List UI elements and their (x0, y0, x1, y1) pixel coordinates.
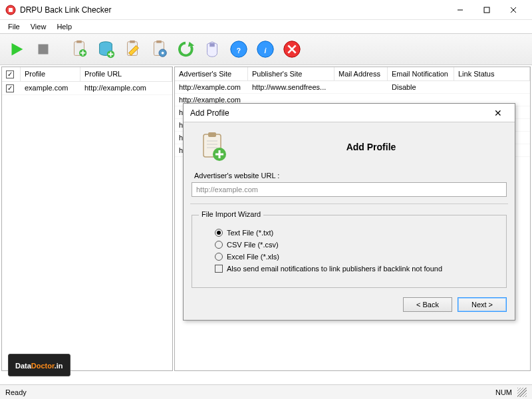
svg-rect-16 (156, 41, 162, 43)
col-notification[interactable]: Email Notification (388, 67, 454, 80)
col-publisher[interactable]: Publisher's Site (248, 67, 334, 80)
row-check-icon[interactable] (6, 84, 14, 92)
save-button[interactable] (200, 37, 225, 62)
advertiser-url-input[interactable]: http://example.com (192, 182, 507, 197)
menu-view[interactable]: View (25, 21, 52, 32)
svg-rect-3 (484, 7, 489, 13)
back-button[interactable]: < Back (403, 297, 452, 312)
status-num: NUM (495, 388, 512, 396)
brand-badge: DataDoctor.in (8, 354, 70, 376)
svg-rect-27 (208, 132, 216, 137)
svg-rect-1 (9, 8, 13, 12)
maximize-button[interactable] (473, 1, 500, 19)
clipboard-edit-button[interactable] (120, 37, 145, 62)
info-button[interactable]: i (253, 37, 278, 62)
divider (190, 203, 508, 204)
svg-rect-20 (209, 43, 215, 47)
svg-text:?: ? (237, 47, 241, 55)
minimize-button[interactable] (447, 1, 473, 19)
brand-c: .in (55, 362, 63, 370)
brand-a: Data (15, 362, 31, 370)
col-profile[interactable]: Profile (21, 67, 80, 81)
stop-button[interactable] (31, 37, 56, 62)
cancel-button[interactable] (279, 37, 305, 62)
svg-marker-19 (188, 42, 194, 47)
svg-rect-7 (39, 45, 49, 55)
radio-icon (215, 241, 223, 249)
menu-file[interactable]: File (3, 21, 25, 32)
radio-icon (215, 253, 223, 261)
refresh-button[interactable] (173, 37, 198, 62)
dialog-heading: Add Profile (241, 142, 501, 152)
menubar: File View Help (0, 20, 532, 33)
svg-rect-14 (130, 41, 135, 43)
add-profile-dialog: Add Profile ✕ Add Profile Advertiser's w… (183, 103, 515, 321)
window-title: DRPU Back Link Checker (20, 5, 447, 15)
profiles-pane: Profile Profile URL example.com http://e… (1, 66, 173, 371)
titlebar: DRPU Back Link Checker (0, 0, 532, 20)
profile-url: http://example.com (80, 82, 172, 94)
resize-grip-icon[interactable] (517, 388, 527, 397)
next-button[interactable]: Next > (458, 297, 507, 312)
clipboard-add-button[interactable] (66, 37, 92, 62)
col-check[interactable] (2, 67, 21, 81)
file-import-fieldset: File Import Wizard Text File (*.txt) CSV… (192, 215, 507, 288)
clipboard-settings-button[interactable] (146, 37, 172, 62)
profile-row[interactable]: example.com http://example.com (2, 82, 172, 95)
col-profile-url[interactable]: Profile URL (80, 67, 172, 81)
option-txt[interactable]: Text File (*.txt) (215, 229, 497, 237)
toolbar: ? i (0, 33, 532, 65)
status-ready: Ready (5, 388, 27, 396)
brand-b: Doctor (31, 362, 55, 370)
link-row[interactable]: http://example.comhttp://www.sendfrees..… (175, 81, 530, 94)
radio-icon (215, 229, 223, 237)
database-add-button[interactable] (93, 37, 118, 62)
fieldset-legend: File Import Wizard (199, 210, 263, 218)
url-label: Advertiser's website URL : (194, 172, 507, 180)
close-button[interactable] (500, 1, 527, 19)
window-buttons (447, 1, 527, 19)
option-email-notify[interactable]: Also send email notifications to link pu… (215, 265, 497, 273)
option-csv[interactable]: CSV File (*.csv) (215, 241, 497, 249)
dialog-close-button[interactable]: ✕ (488, 108, 508, 118)
checkbox-icon (215, 265, 223, 273)
col-mail[interactable]: Mail Address (334, 67, 388, 80)
menu-help[interactable]: Help (51, 21, 77, 32)
profile-name: example.com (21, 82, 80, 94)
svg-rect-9 (76, 41, 82, 43)
dialog-title: Add Profile (190, 108, 488, 118)
play-button[interactable] (4, 37, 29, 62)
col-status[interactable]: Link Status (454, 67, 530, 80)
statusbar: Ready NUM (0, 384, 532, 399)
help-button[interactable]: ? (226, 37, 251, 62)
svg-marker-6 (12, 43, 23, 56)
svg-point-18 (162, 52, 164, 55)
col-advertiser[interactable]: Advertiser's Site (175, 67, 248, 80)
app-icon (5, 5, 16, 15)
clipboard-add-icon (197, 130, 229, 164)
option-xls[interactable]: Excel File (*.xls) (215, 253, 497, 261)
